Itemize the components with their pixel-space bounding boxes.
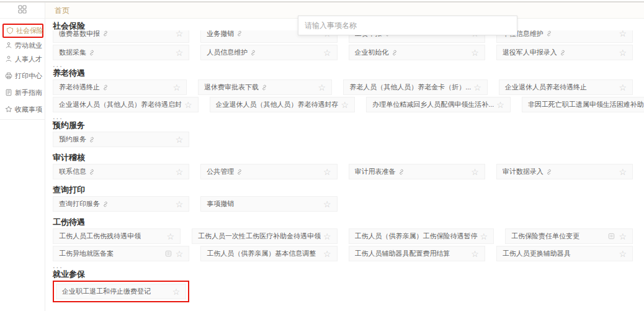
service-item-label: 企业退休人员（其他人员）养老待遇启封 [59, 100, 182, 109]
sidebar-header[interactable] [0, 2, 45, 19]
service-item-label: 退役军人申报录入 [503, 48, 557, 57]
service-item-label: 工伤异地就医备案 [59, 249, 114, 258]
service-item-card[interactable]: 人员信息维护☆ [200, 45, 337, 60]
service-item-label: 查询打印服务 [59, 199, 100, 209]
service-item-label: 企业初始化 [355, 48, 389, 57]
service-item-card[interactable]: 联系信息☆ [53, 164, 189, 179]
service-item-card[interactable]: 企业职工退工和停止缴费登记☆ [56, 284, 186, 299]
sidebar-nav: 社会保险劳动就业人事人才打印中心新手指南收藏事项 [0, 19, 45, 120]
service-item-card[interactable]: 工伤保险责任单位变更☆ [505, 228, 633, 244]
link-icon [261, 84, 267, 91]
favorite-star-icon[interactable]: ☆ [173, 83, 181, 92]
service-item-label: 企业退休人员（其他人员）养老待遇封存 [216, 100, 339, 109]
service-item-label: 工伤人员更换辅助器具 [503, 249, 571, 258]
service-item-label: 企业职工退工和停止缴费登记 [62, 287, 151, 296]
service-item-card[interactable]: 事项撤销☆ [200, 196, 337, 212]
link-icon [391, 50, 398, 56]
favorite-star-icon[interactable]: ☆ [619, 232, 627, 241]
favorite-star-icon[interactable]: ☆ [473, 83, 481, 92]
link-icon [236, 169, 243, 175]
favorite-star-icon[interactable]: ☆ [176, 48, 184, 57]
service-item-card[interactable]: 工伤人员（供养亲属）工伤保险待遇暂停☆ [349, 228, 494, 244]
service-item-card[interactable]: 数据采集☆ [53, 45, 189, 60]
favorite-star-icon[interactable]: ☆ [323, 200, 331, 209]
service-item-card[interactable]: 企业退休人员（其他人员）养老待遇封存☆ [210, 97, 356, 112]
service-item-card[interactable]: 退休费审批表下载☆ [198, 79, 332, 95]
favorite-star-icon[interactable]: ☆ [176, 168, 184, 176]
service-item-card[interactable]: 退役军人申报录入☆ [496, 45, 633, 60]
service-item-card[interactable]: 工伤人员（供养亲属）基本信息调整☆ [200, 246, 337, 261]
favorite-star-icon[interactable]: ☆ [323, 250, 331, 258]
favorite-star-icon[interactable]: ☆ [480, 232, 488, 241]
link-icon [236, 30, 243, 37]
favorite-star-icon[interactable]: ☆ [323, 48, 331, 57]
insurance-icon [6, 27, 14, 35]
service-item-card[interactable]: 审计用表准备☆ [349, 164, 485, 179]
service-item-card[interactable]: 工伤人员一次性工伤医疗补助金待遇申领☆ [192, 228, 338, 244]
favorite-star-icon[interactable]: ☆ [176, 200, 184, 209]
service-item-card[interactable]: 工伤人员工伤伤残待遇申领☆ [53, 228, 181, 244]
service-item-card[interactable]: 非因工死亡职工遗属申领生活困难补助费☆ [522, 97, 644, 112]
link-icon [89, 169, 95, 175]
favorite-star-icon[interactable]: ☆ [176, 30, 184, 38]
service-item-card[interactable]: 审计数据录入☆ [496, 164, 633, 179]
more-items-indicator: ... [53, 63, 633, 68]
favorite-star-icon[interactable]: ☆ [496, 101, 504, 109]
service-item-card[interactable]: 查询打印服务☆ [53, 196, 189, 212]
link-icon [398, 169, 405, 175]
service-item-card[interactable]: 缴费基数申报☆ [53, 30, 189, 43]
service-item-card[interactable]: 办理单位精减回乡人员配偶申领生活补...☆ [366, 97, 511, 112]
employment-icon [5, 42, 12, 50]
service-item-card[interactable]: 养老待遇终止☆ [53, 79, 187, 95]
service-item-card[interactable]: 养老人员（其他人员）养老金卡（折）...☆ [343, 79, 488, 95]
sidebar-item-label: 打印中心 [15, 71, 42, 81]
favorite-star-icon[interactable]: ☆ [318, 83, 326, 92]
favorite-star-icon[interactable]: ☆ [323, 232, 331, 241]
sidebar-item-social-insurance[interactable]: 社会保险 [4, 25, 42, 37]
section-title-jiuye: 就业参保 [53, 270, 633, 279]
service-item-label: 人员信息维护 [207, 48, 248, 57]
search-input[interactable] [298, 21, 517, 30]
favorite-star-icon[interactable]: ☆ [176, 135, 184, 144]
favorite-star-icon[interactable]: ☆ [471, 250, 479, 258]
sidebar-item-print-center[interactable]: 打印中心 [0, 70, 45, 82]
link-icon [546, 169, 552, 175]
service-item-label: 联系信息 [59, 167, 86, 176]
tab-home[interactable]: 首页 [55, 6, 69, 16]
sidebar-item-favorites[interactable]: 收藏事项 [0, 104, 45, 115]
favorite-star-icon[interactable]: ☆ [176, 250, 184, 258]
favorite-star-icon[interactable]: ☆ [619, 168, 627, 176]
document-icon [165, 250, 172, 257]
link-icon [102, 30, 109, 37]
favorite-star-icon[interactable]: ☆ [619, 30, 627, 38]
sidebar-item-guide[interactable]: 新手指南 [0, 87, 45, 99]
apps-grid-icon[interactable] [18, 5, 27, 16]
service-item-label: 工伤保险责任单位变更 [511, 232, 579, 241]
favorite-star-icon[interactable]: ☆ [471, 48, 479, 57]
favorite-star-icon[interactable]: ☆ [184, 101, 192, 109]
service-item-card[interactable]: 工伤人员更换辅助器具☆ [496, 246, 633, 261]
service-item-card[interactable]: 工伤异地就医备案☆ [53, 246, 189, 261]
service-item-label: 工伤人员辅助器具配置费用结算 [355, 249, 450, 258]
favorite-star-icon[interactable]: ☆ [341, 101, 349, 109]
sidebar-item-talent[interactable]: 人事人才 [0, 53, 45, 65]
service-item-card[interactable]: 企业初始化☆ [349, 45, 485, 60]
service-item-label: 企业退休人员养老待遇终止 [505, 83, 587, 92]
service-item-card[interactable]: 企业退休人员（其他人员）养老待遇启封☆ [53, 97, 199, 112]
link-icon [546, 30, 552, 37]
printer-icon [5, 72, 12, 81]
sidebar-item-employment[interactable]: 劳动就业 [0, 40, 45, 52]
service-row: 养老待遇终止☆退休费审批表下载☆养老人员（其他人员）养老金卡（折）...☆企业退… [53, 79, 633, 95]
favorite-star-icon[interactable]: ☆ [619, 250, 627, 258]
service-item-label: 业务撤销 [207, 30, 234, 38]
service-item-card[interactable]: 企业退休人员养老待遇终止☆ [499, 79, 633, 95]
favorite-star-icon[interactable]: ☆ [166, 232, 174, 241]
favorite-star-icon[interactable]: ☆ [172, 287, 181, 296]
favorite-star-icon[interactable]: ☆ [619, 83, 627, 92]
favorite-star-icon[interactable]: ☆ [619, 48, 627, 57]
service-item-card[interactable]: 预约服务☆ [53, 132, 189, 147]
favorite-star-icon[interactable]: ☆ [471, 168, 479, 176]
service-item-card[interactable]: 公共管理☆ [200, 164, 337, 179]
favorite-star-icon[interactable]: ☆ [323, 168, 331, 176]
service-item-card[interactable]: 工伤人员辅助器具配置费用结算☆ [349, 246, 485, 261]
